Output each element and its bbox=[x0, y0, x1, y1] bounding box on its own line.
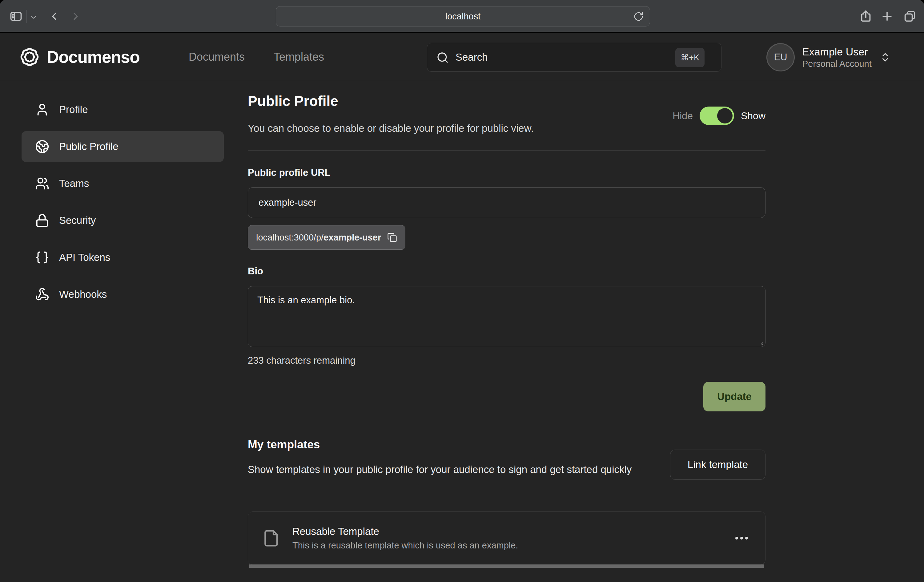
users-icon bbox=[35, 177, 49, 191]
sidebar-item-label: Public Profile bbox=[59, 141, 119, 152]
forward-icon[interactable] bbox=[69, 10, 82, 23]
page-description: You can choose to enable or disable your… bbox=[248, 122, 534, 134]
nav-templates[interactable]: Templates bbox=[274, 33, 324, 81]
browser-chrome: localhost bbox=[0, 0, 924, 32]
sidebar-item-teams[interactable]: Teams bbox=[21, 168, 224, 199]
template-name: Reusable Template bbox=[292, 526, 518, 537]
main-content: Public Profile Hide Show You can choose … bbox=[248, 81, 766, 582]
my-templates-description: Show templates in your public profile fo… bbox=[248, 462, 657, 477]
avatar[interactable]: EU bbox=[766, 43, 795, 71]
section-divider bbox=[248, 150, 766, 150]
sidebar-item-label: Webhooks bbox=[59, 289, 107, 300]
visibility-toggle-row: Hide Show bbox=[673, 107, 766, 125]
sidebar-panel-icon[interactable] bbox=[9, 10, 23, 23]
horizontal-scrollbar[interactable] bbox=[249, 564, 764, 568]
resize-handle-icon[interactable] bbox=[757, 339, 764, 345]
new-tab-icon[interactable] bbox=[880, 10, 894, 23]
sidebar-item-api-tokens[interactable]: API Tokens bbox=[21, 242, 224, 273]
toggle-show-label: Show bbox=[741, 110, 766, 122]
search-input[interactable] bbox=[455, 43, 671, 71]
profile-url-prefix: localhost:3000/p/ bbox=[256, 233, 323, 242]
profile-visibility-toggle[interactable] bbox=[700, 107, 734, 125]
lock-icon bbox=[35, 213, 49, 228]
brand-name: Documenso bbox=[47, 47, 139, 67]
webhook-icon bbox=[35, 287, 49, 301]
search-shortcut-badge: ⌘+K bbox=[675, 48, 705, 67]
public-profile-url-label: Public profile URL bbox=[248, 167, 330, 178]
chrome-separator bbox=[26, 10, 27, 23]
documenso-badge-icon bbox=[20, 47, 40, 67]
search-icon bbox=[436, 51, 449, 64]
app-header: Documenso Documents Templates ⌘+K EU Exa… bbox=[0, 33, 924, 81]
profile-url-text: localhost:3000/p/example-user bbox=[256, 233, 381, 243]
chevron-down-icon[interactable] bbox=[30, 13, 38, 21]
bio-textarea[interactable]: This is an example bio. bbox=[248, 286, 766, 347]
address-bar[interactable]: localhost bbox=[276, 6, 650, 26]
search-bar[interactable]: ⌘+K bbox=[427, 43, 721, 72]
page-title: Public Profile bbox=[248, 93, 338, 109]
dot bbox=[740, 537, 743, 539]
template-row: Reusable Template This is a reusable tem… bbox=[248, 511, 766, 565]
public-profile-url-input[interactable] bbox=[248, 187, 766, 218]
link-template-button[interactable]: Link template bbox=[670, 450, 766, 480]
user-account-type: Personal Account bbox=[802, 58, 872, 69]
profile-url-slug: example-user bbox=[323, 233, 381, 242]
sidebar-item-profile[interactable]: Profile bbox=[21, 94, 224, 125]
sidebar-item-label: API Tokens bbox=[59, 251, 110, 263]
template-text: Reusable Template This is a reusable tem… bbox=[292, 526, 518, 551]
toggle-hide-label: Hide bbox=[673, 110, 693, 122]
file-icon bbox=[262, 529, 280, 547]
share-icon[interactable] bbox=[859, 9, 873, 23]
toggle-knob bbox=[717, 108, 733, 124]
sidebar-item-security[interactable]: Security bbox=[21, 205, 224, 236]
nav-documents[interactable]: Documents bbox=[189, 33, 245, 81]
user-name: Example User bbox=[802, 45, 872, 58]
address-bar-url[interactable]: localhost bbox=[276, 7, 650, 26]
user-menu[interactable]: EU Example User Personal Account bbox=[766, 43, 891, 72]
sidebar-item-label: Teams bbox=[59, 178, 89, 189]
settings-sidebar: Profile Public Profile Teams Security bbox=[21, 94, 224, 316]
user-icon bbox=[35, 103, 49, 117]
sidebar-item-public-profile[interactable]: Public Profile bbox=[21, 131, 224, 162]
tab-overview-icon[interactable] bbox=[903, 9, 917, 23]
my-templates-title: My templates bbox=[248, 438, 320, 451]
chevrons-up-down-icon bbox=[879, 52, 891, 63]
sidebar-item-label: Security bbox=[59, 215, 96, 227]
refresh-icon[interactable] bbox=[634, 12, 644, 21]
copy-icon bbox=[387, 233, 397, 242]
bio-label: Bio bbox=[248, 266, 263, 277]
sidebar-item-label: Profile bbox=[59, 104, 88, 116]
user-text: Example User Personal Account bbox=[802, 45, 872, 69]
ellipsis-icon[interactable] bbox=[732, 534, 751, 542]
back-icon[interactable] bbox=[48, 10, 60, 23]
characters-remaining: 233 characters remaining bbox=[248, 355, 355, 366]
app-window: Documenso Documents Templates ⌘+K EU Exa… bbox=[0, 33, 924, 582]
brand[interactable]: Documenso bbox=[20, 33, 139, 81]
braces-icon bbox=[35, 250, 49, 265]
dot bbox=[745, 537, 748, 539]
sidebar-item-webhooks[interactable]: Webhooks bbox=[21, 279, 224, 310]
profile-url-copy-button[interactable]: localhost:3000/p/example-user bbox=[248, 225, 405, 250]
update-button[interactable]: Update bbox=[703, 382, 766, 412]
template-description: This is a reusable template which is use… bbox=[292, 541, 518, 551]
dot bbox=[735, 537, 738, 539]
earth-icon bbox=[35, 139, 49, 154]
